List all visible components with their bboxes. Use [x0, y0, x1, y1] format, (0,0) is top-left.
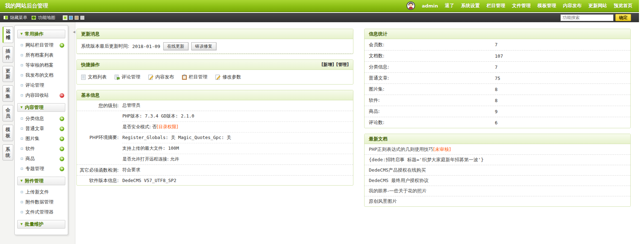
- rail-tab-plugins[interactable]: 插件: [3, 46, 13, 63]
- stat-row-docs: 文档数: 107: [365, 50, 630, 61]
- add-icon[interactable]: +: [60, 137, 64, 141]
- collapse-sidebar-arrow[interactable]: ◀: [73, 30, 75, 34]
- bullet-icon: [21, 64, 23, 66]
- doc-link[interactable]: {dede:招聘启事 标题='织梦大家庭新年招募第一波'}: [369, 157, 484, 163]
- sidebar-item-label: 网站栏目管理: [25, 42, 53, 48]
- quick-add-link[interactable]: [新增]: [321, 62, 334, 68]
- sidebar-section-attachment-manage[interactable]: ▼ 附件管理: [17, 177, 65, 185]
- add-icon[interactable]: +: [60, 167, 64, 171]
- sidebar-item-product[interactable]: 商品 +: [15, 154, 68, 164]
- topnav-update-site[interactable]: 更新网站: [588, 3, 607, 9]
- sidebar-item-all-docs[interactable]: 所有档案列表: [15, 50, 68, 60]
- top-nav: admin 退了 系统设置 栏目管理 文件管理 模板管理 内容发布 更新网站 预…: [406, 1, 633, 10]
- sidebar-item-label: 评论管理: [25, 82, 44, 88]
- feature-map-button[interactable]: 功能地图: [32, 15, 55, 21]
- add-icon[interactable]: +: [60, 126, 64, 131]
- rail-tab-update[interactable]: 更新: [3, 66, 13, 82]
- username-link[interactable]: admin: [422, 3, 438, 9]
- search-confirm-button[interactable]: 确定: [615, 14, 631, 21]
- add-icon[interactable]: +: [60, 147, 64, 151]
- doc-link[interactable]: DedeCMS产品授权在线购买: [369, 167, 426, 173]
- doc-link[interactable]: PHP正则表达式的几则使用技巧: [369, 146, 433, 153]
- quick-item-label: 文档列表: [88, 74, 107, 80]
- quick-actions-panel: 快捷操作 [新增] [管理] 文档列表 评论管理 内容发布: [76, 59, 353, 85]
- add-icon[interactable]: +: [60, 116, 64, 121]
- rail-tab-ops[interactable]: 运维: [3, 27, 13, 43]
- doc-row: 原创风景图片: [365, 196, 630, 206]
- hide-menu-button[interactable]: 隐藏菜单: [4, 15, 27, 21]
- search-input[interactable]: [560, 14, 614, 21]
- sidebar-item-normal-article[interactable]: 普通文章 +: [15, 124, 68, 134]
- quick-item-category-manage[interactable]: 栏目管理: [182, 74, 207, 80]
- add-icon[interactable]: +: [60, 157, 64, 161]
- stat-label: 图片集:: [369, 86, 495, 92]
- remove-icon[interactable]: −: [60, 93, 64, 98]
- quick-item-doc-list[interactable]: 文档列表: [81, 74, 107, 80]
- sidebar-item-site-category[interactable]: 网站栏目管理 +: [15, 40, 68, 50]
- sidebar-section-content-manage[interactable]: ▼ 内容管理: [17, 103, 65, 112]
- sidebar-section-common-ops[interactable]: ▼ 常用操作: [17, 30, 65, 38]
- sidebar-item-file-manager[interactable]: 文件式管理器: [15, 207, 68, 217]
- sidebar-item-image-gallery[interactable]: 图片集 +: [15, 134, 68, 144]
- bug-fix-button[interactable]: 错误修复: [191, 42, 216, 50]
- topnav-file-manage[interactable]: 文件管理: [512, 3, 531, 9]
- quick-item-comment-manage[interactable]: 评论管理: [114, 74, 140, 80]
- dir-permission-link[interactable]: [目录权限]: [157, 124, 178, 129]
- theme-swatch-silver[interactable]: [80, 16, 84, 20]
- quick-item-content-publish[interactable]: 内容发布: [148, 74, 174, 80]
- sidebar-section-batch-maintain[interactable]: ▼ 批量维护: [17, 220, 65, 229]
- topnav-category-manage[interactable]: 栏目管理: [486, 3, 505, 9]
- theme-swatch-green[interactable]: [63, 16, 67, 20]
- quick-item-label: 修改参数: [222, 74, 241, 80]
- stats-header: 信息统计: [365, 29, 630, 39]
- sidebar-item-topic-manage[interactable]: 专题管理 +: [15, 164, 68, 174]
- rail-tab-templates[interactable]: 模板: [3, 125, 13, 141]
- sidebar-item-pending-docs[interactable]: 等审核的档案: [15, 60, 68, 70]
- sidebar-item-recycle-bin[interactable]: 内容回收站 −: [15, 90, 68, 100]
- update-time-label: 系统版本最后更新时间:: [81, 43, 129, 49]
- page-title: 我的网站后台管理: [5, 3, 48, 9]
- latest-docs-header: 最新文档: [365, 134, 630, 144]
- sidebar-item-my-docs[interactable]: 我发布的文档: [15, 70, 68, 80]
- user-avatar-icon[interactable]: [406, 1, 415, 10]
- theme-swatch-tan[interactable]: [75, 16, 79, 20]
- doc-link[interactable]: 我的眼界-一些关于花的照片: [369, 188, 427, 194]
- rail-tab-collect[interactable]: 采集: [3, 85, 13, 102]
- sidebar-item-classified-info[interactable]: 分类信息 +: [15, 114, 68, 124]
- doc-link[interactable]: 原创风景图片: [369, 198, 397, 205]
- latest-docs-panel: 最新文档 PHP正则表达式的几则使用技巧 [未审核] {dede:招聘启事 标题…: [364, 134, 631, 207]
- sidebar-item-upload-file[interactable]: 上传新文件: [15, 187, 68, 197]
- sidebar-item-label: 专题管理: [25, 166, 44, 172]
- latest-docs-body: PHP正则表达式的几则使用技巧 [未审核] {dede:招聘启事 标题='织梦大…: [365, 144, 630, 206]
- panel-title: 信息统计: [369, 31, 387, 37]
- add-icon[interactable]: +: [60, 43, 64, 48]
- stat-label: 普通文章:: [369, 75, 495, 81]
- feature-map-label: 功能地图: [38, 15, 55, 21]
- stat-row-products: 商品: 9: [365, 106, 630, 117]
- topnav-preview-home[interactable]: 预览首页: [614, 3, 633, 9]
- theme-swatch-blue[interactable]: [69, 16, 73, 20]
- logout-link[interactable]: 退了: [445, 3, 454, 9]
- bullet-icon: [21, 118, 23, 120]
- bullet-icon: [21, 74, 23, 76]
- sidebar-item-software[interactable]: 软件 +: [15, 144, 68, 154]
- stat-value: 107: [495, 53, 503, 59]
- clipboard-icon: [182, 75, 187, 80]
- topnav-system-settings[interactable]: 系统设置: [461, 3, 480, 9]
- topnav-template-manage[interactable]: 模板管理: [537, 3, 556, 9]
- quick-manage-link[interactable]: [管理]: [336, 62, 349, 68]
- sidebar-item-comment-manage[interactable]: 评论管理: [15, 80, 68, 90]
- quick-item-modify-params[interactable]: 修改参数: [215, 74, 241, 80]
- sidebar-item-attachment-data[interactable]: 附件数据管理: [15, 197, 68, 207]
- rail-tab-members[interactable]: 会员: [3, 105, 13, 121]
- stat-label: 文档数:: [369, 53, 495, 59]
- bullet-icon: [21, 168, 23, 170]
- row-value: 支持上传的最大文件: 100M: [122, 143, 353, 154]
- rail-tab-system[interactable]: 系统: [3, 144, 13, 161]
- topnav-content-publish[interactable]: 内容发布: [563, 3, 582, 9]
- stat-value: 9: [495, 109, 498, 114]
- section-title: 内容管理: [25, 104, 43, 111]
- online-update-button[interactable]: 在线更新: [163, 42, 188, 50]
- sidebar-item-label: 我发布的文档: [25, 72, 53, 78]
- doc-link[interactable]: DedeCMS 最终用户授权协议: [369, 177, 429, 184]
